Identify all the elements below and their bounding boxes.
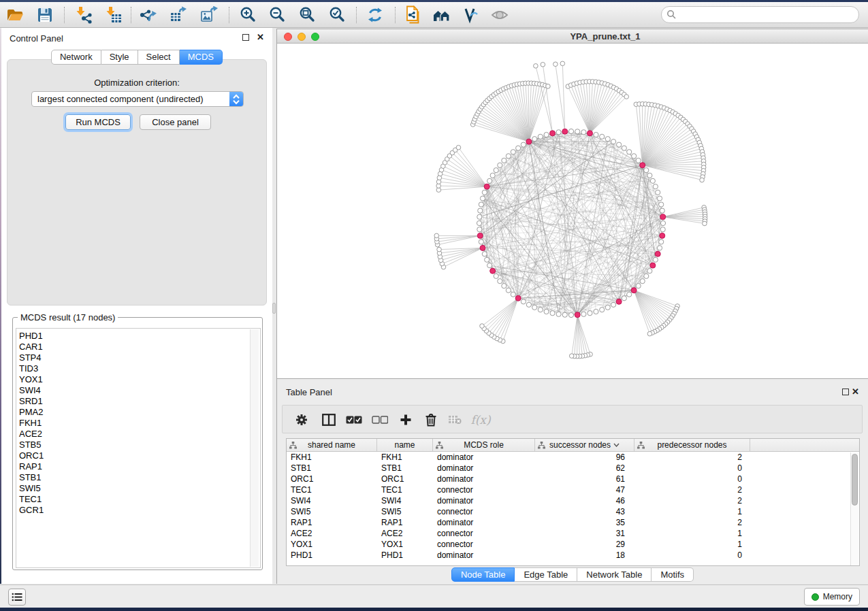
select-all-checkboxes-icon[interactable] [345, 412, 363, 428]
table-row[interactable]: FKH1FKH1dominator962 [287, 452, 859, 463]
export-image-icon[interactable] [199, 5, 219, 24]
search-input[interactable] [677, 10, 858, 20]
cell-MCDS-role: dominator [433, 495, 535, 506]
tab-select[interactable]: Select [138, 50, 180, 65]
deselect-all-checkboxes-icon[interactable] [371, 412, 389, 428]
cell-successor-nodes: 43 [535, 506, 634, 517]
cell-successor-nodes: 35 [535, 517, 634, 528]
import-table-icon[interactable] [104, 5, 123, 24]
table-row[interactable]: STB1STB1dominator620 [287, 463, 859, 474]
mcds-result-item[interactable]: FKH1 [16, 418, 260, 429]
column-header-MCDS-role[interactable]: MCDS role [433, 439, 535, 451]
table-row[interactable]: RAP1RAP1dominator352 [287, 517, 859, 528]
cell-name: STB1 [377, 463, 433, 474]
export-network-icon[interactable] [139, 5, 158, 24]
mcds-result-item[interactable]: ACE2 [16, 429, 260, 440]
column-header-shared-name[interactable]: shared name [287, 439, 377, 451]
apply-function-icon[interactable]: f(x) [472, 412, 489, 428]
column-layout-icon[interactable] [320, 412, 338, 428]
mcds-result-title: MCDS result (17 nodes) [18, 312, 118, 323]
cell-shared-name: SWI4 [287, 495, 377, 506]
close-panel-button[interactable]: Close panel [140, 114, 211, 130]
cell-shared-name: SWI5 [287, 506, 377, 517]
cell-name: ORC1 [377, 474, 433, 484]
mcds-result-item[interactable]: YOX1 [16, 374, 260, 385]
tab-motifs[interactable]: Motifs [652, 567, 694, 582]
mcds-result-item[interactable]: SWI4 [16, 385, 260, 396]
export-table-icon[interactable] [169, 5, 188, 24]
open-file-icon[interactable] [5, 5, 25, 24]
mcds-result-item[interactable]: TID3 [16, 363, 260, 374]
cell-name: PHD1 [377, 550, 433, 561]
table-row[interactable]: TEC1TEC1connector472 [287, 484, 859, 495]
tab-edge-table[interactable]: Edge Table [515, 567, 577, 582]
tab-network[interactable]: Network [51, 50, 101, 65]
tab-network-table[interactable]: Network Table [577, 567, 652, 582]
column-header-predecessor-nodes[interactable]: predecessor nodes [634, 439, 750, 451]
cell-name: ACE2 [377, 528, 433, 539]
table-scrollbar-thumb[interactable] [852, 454, 858, 506]
hide-details-eye-icon[interactable] [490, 5, 509, 24]
minimize-window-icon[interactable] [298, 33, 306, 41]
mcds-result-item[interactable]: RAP1 [16, 461, 260, 472]
status-bar: Memory [0, 584, 868, 608]
task-history-button[interactable] [8, 589, 26, 606]
mcds-result-item[interactable]: TEC1 [16, 494, 260, 505]
mcds-result-list[interactable]: PHD1CAR1STP4TID3YOX1SWI4SRD1PMA2FKH1ACE2… [16, 328, 261, 568]
zoom-selected-icon[interactable] [327, 5, 347, 24]
mcds-result-item[interactable]: STB5 [16, 440, 260, 450]
mcds-result-item[interactable]: CAR1 [16, 342, 260, 352]
mcds-result-item[interactable]: GCR1 [16, 505, 260, 516]
mcds-result-item[interactable]: ORC1 [16, 450, 260, 461]
mcds-result-item[interactable]: SRD1 [16, 396, 260, 407]
import-network-icon[interactable] [74, 5, 93, 24]
graphics-details-icon[interactable] [461, 5, 480, 24]
save-icon[interactable] [35, 5, 54, 24]
duplicate-network-icon[interactable] [404, 5, 423, 24]
zoom-out-icon[interactable] [268, 5, 287, 24]
column-header-name[interactable]: name [377, 439, 433, 451]
tab-mcds[interactable]: MCDS [180, 50, 223, 65]
cell-predecessor-nodes: 1 [634, 506, 750, 517]
cell-shared-name: STB1 [287, 463, 377, 474]
settings-gear-icon[interactable] [293, 412, 310, 428]
zoom-in-icon[interactable] [238, 5, 257, 24]
refresh-layout-icon[interactable] [366, 5, 385, 24]
mcds-result-item[interactable]: STP4 [16, 352, 260, 363]
cell-successor-nodes: 96 [535, 452, 634, 463]
table-row[interactable]: YOX1YOX1connector291 [287, 539, 859, 550]
table-scrollbar[interactable] [850, 452, 858, 565]
control-panel: Control Panel ✕ NetworkStyleSelectMCDS O… [1, 28, 272, 584]
table-row[interactable]: ACE2ACE2connector311 [287, 528, 859, 539]
cell-name: RAP1 [377, 517, 433, 528]
column-header-successor-nodes[interactable]: successor nodes [535, 439, 634, 451]
mcds-list-scrollbar[interactable] [250, 329, 259, 567]
home-icon[interactable] [432, 5, 451, 24]
main-toolbar [0, 2, 868, 28]
table-row[interactable]: SWI4SWI4dominator462 [287, 495, 859, 506]
run-mcds-button[interactable]: Run MCDS [65, 114, 131, 130]
delete-column-icon[interactable] [422, 412, 440, 428]
add-column-icon[interactable] [397, 412, 415, 428]
tab-node-table[interactable]: Node Table [451, 567, 515, 582]
clear-table-icon[interactable] [446, 412, 464, 428]
close-table-panel-icon[interactable]: ✕ [852, 386, 859, 397]
mcds-result-item[interactable]: PHD1 [16, 331, 260, 342]
float-table-panel-icon[interactable] [842, 389, 849, 395]
splitter-handle[interactable] [272, 303, 276, 314]
zoom-fit-icon[interactable] [298, 5, 317, 24]
optimization-criterion-select[interactable]: largest connected component (undirected) [31, 91, 244, 107]
mcds-result-item[interactable]: SWI5 [16, 483, 260, 494]
memory-button[interactable]: Memory [804, 588, 860, 606]
cell-MCDS-role: dominator [433, 517, 535, 528]
table-row[interactable]: ORC1ORC1dominator610 [287, 474, 859, 484]
mcds-result-item[interactable]: PMA2 [16, 407, 260, 418]
table-row[interactable]: PHD1PHD1dominator180 [287, 550, 859, 561]
network-canvas[interactable] [277, 44, 868, 379]
float-window-icon[interactable] [242, 34, 249, 41]
mcds-result-item[interactable]: STB1 [16, 472, 260, 483]
close-panel-icon[interactable]: ✕ [257, 32, 264, 42]
tab-style[interactable]: Style [101, 50, 138, 65]
table-row[interactable]: SWI5SWI5connector431 [287, 506, 859, 517]
close-window-icon[interactable] [284, 33, 292, 41]
